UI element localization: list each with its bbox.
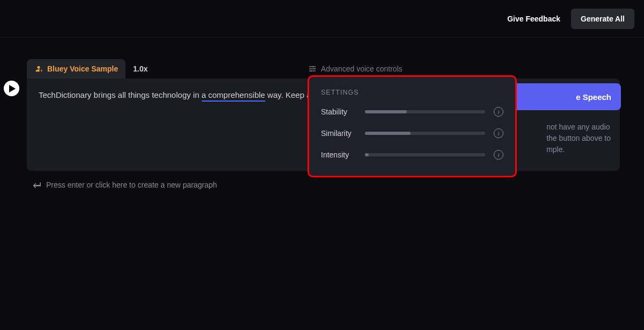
editor-text-prefix: TechDictionary brings all things technol… — [39, 90, 202, 99]
setting-label-similarity: Similarity — [321, 129, 365, 138]
settings-popover: SETTINGS Stability i Similarity i Intens… — [308, 75, 517, 177]
voice-sample-tab[interactable]: Bluey Voice Sample — [27, 59, 126, 78]
new-paragraph-label: Press enter or click here to create a ne… — [46, 181, 217, 189]
voice-tab-label: Bluey Voice Sample — [47, 64, 118, 73]
similarity-slider[interactable] — [365, 132, 485, 135]
setting-row-stability: Stability i — [321, 107, 503, 117]
setting-row-intensity: Intensity i — [321, 150, 503, 160]
info-icon[interactable]: i — [494, 150, 503, 160]
intensity-slider[interactable] — [365, 153, 485, 156]
new-paragraph-hint[interactable]: Press enter or click here to create a ne… — [32, 181, 620, 189]
speech-button-label-fragment: e Speech — [576, 92, 621, 102]
playback-speed-label[interactable]: 1.0x — [133, 64, 148, 73]
advanced-voice-controls-button[interactable]: Advanced voice controls — [308, 64, 402, 73]
generate-all-button[interactable]: Generate All — [571, 9, 634, 29]
svg-point-2 — [314, 68, 316, 70]
voice-icon — [34, 64, 43, 73]
sliders-icon — [308, 64, 317, 73]
advanced-controls-label: Advanced voice controls — [321, 64, 402, 73]
intensity-slider-fill — [365, 153, 369, 156]
setting-row-similarity: Similarity i — [321, 128, 503, 138]
info-icon[interactable]: i — [494, 128, 503, 138]
enter-icon — [32, 181, 41, 189]
stability-slider[interactable] — [365, 110, 485, 113]
no-audio-hint: not have any audio the button above to m… — [546, 121, 611, 155]
give-feedback-link[interactable]: Give Feedback — [507, 15, 560, 23]
stability-slider-fill — [365, 110, 407, 113]
similarity-slider-fill — [365, 132, 411, 135]
info-icon[interactable]: i — [494, 107, 503, 117]
editor-text-underlined: a comprehensible — [202, 90, 265, 102]
svg-point-0 — [313, 66, 314, 68]
svg-point-1 — [311, 70, 312, 72]
setting-label-stability: Stability — [321, 107, 365, 116]
settings-title: SETTINGS — [321, 89, 503, 96]
top-header: Give Feedback Generate All — [0, 0, 644, 38]
setting-label-intensity: Intensity — [321, 150, 365, 159]
